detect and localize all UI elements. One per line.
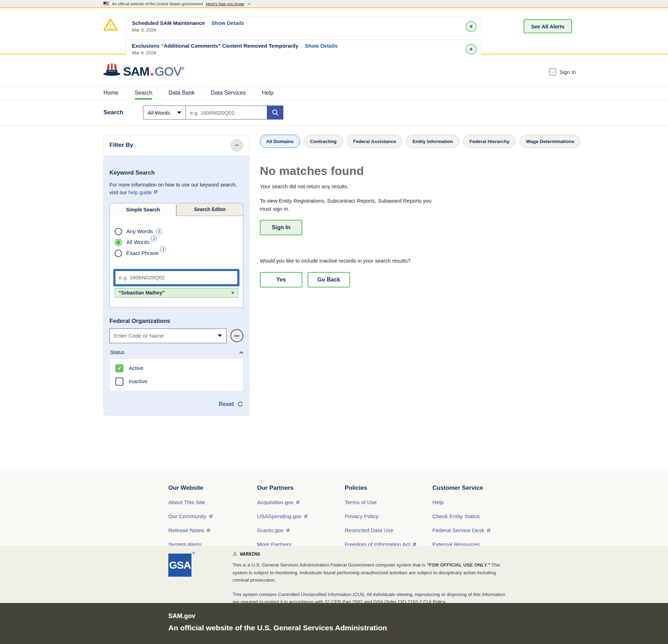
nav-item-home[interactable]: Home xyxy=(103,86,119,100)
nav-item-search[interactable]: Search xyxy=(135,86,153,100)
warning-triangle-icon xyxy=(103,18,118,31)
help-guide-link[interactable]: help guide xyxy=(128,190,152,195)
keyword-tabs: Simple Search Search Editor xyxy=(109,203,243,216)
footer-column-heading: Policies xyxy=(345,484,432,492)
radio-label: Any Words xyxy=(126,228,153,235)
footer-column-our-website: Our Website About This Site Our Communit… xyxy=(168,484,257,546)
logo-sam-text: SAM xyxy=(123,65,149,77)
site-footer-tagline: An official website of the U.S. General … xyxy=(168,624,668,632)
radio-all-words[interactable] xyxy=(115,239,122,246)
domain-tab-wage-determinations[interactable]: Wage Determinations xyxy=(520,135,581,148)
footer-link[interactable]: Release Notes xyxy=(168,527,257,534)
uncle-sam-hat-icon xyxy=(103,61,121,77)
footer-link[interactable]: Restricted Data Use xyxy=(345,527,432,534)
sign-in-button[interactable]: Sign In xyxy=(260,220,302,235)
domain-tab-federal-hierarchy[interactable]: Federal Hierarchy xyxy=(463,135,516,148)
warning-paragraph-1: This is a U.S. General Services Administ… xyxy=(232,561,510,584)
footer-link[interactable]: About This Site xyxy=(168,499,257,506)
keyword-input[interactable] xyxy=(115,270,238,285)
close-alert-button[interactable]: × xyxy=(466,21,477,32)
footer-column-heading: Our Partners xyxy=(257,484,345,492)
external-link-icon xyxy=(206,528,210,533)
status-options: ✓ Active Inactive xyxy=(109,359,243,391)
footer-link[interactable]: Help xyxy=(432,499,521,506)
info-icon[interactable]: i xyxy=(156,229,162,235)
remove-chip-button[interactable]: × xyxy=(231,290,234,296)
chevron-down-icon xyxy=(248,1,250,4)
search-label: Search xyxy=(103,109,143,116)
sign-in-required-message: To view Entity Registrations, Subcontrac… xyxy=(260,197,437,213)
footer-link[interactable]: Privacy Policy xyxy=(345,513,432,520)
footer-link[interactable]: USASpending.gov xyxy=(257,513,345,520)
domain-tab-all-domains[interactable]: All Domains xyxy=(260,135,300,148)
domain-tab-federal-assistance[interactable]: Federal Assistance xyxy=(347,135,403,148)
see-all-alerts-button[interactable]: See All Alerts xyxy=(524,19,572,33)
nav-item-help[interactable]: Help xyxy=(262,86,274,100)
go-back-button[interactable]: Go Back xyxy=(308,272,350,287)
footer-link[interactable]: Federal Service Desk xyxy=(432,527,521,534)
keyword-chip-label: "Sebastian Mathey" xyxy=(119,290,165,296)
more-options-button[interactable]: ••• xyxy=(230,329,243,342)
inactive-records-question: Would you like to include inactive recor… xyxy=(260,258,554,264)
domain-tab-contracting[interactable]: Contracting xyxy=(304,135,343,148)
header-sign-in-link[interactable]: ← Sign In xyxy=(549,68,576,75)
yes-button[interactable]: Yes xyxy=(260,272,302,287)
federal-org-combobox[interactable]: Enter Code or Name xyxy=(109,328,227,343)
checkbox-active[interactable]: ✓ xyxy=(115,364,123,372)
search-scope-select[interactable]: All Words xyxy=(143,106,186,120)
reset-filters-link[interactable]: Reset xyxy=(109,401,243,407)
radio-exact-phrase[interactable] xyxy=(115,250,122,257)
nav-item-data-bank[interactable]: Data Bank xyxy=(168,86,195,100)
external-link-icon xyxy=(486,528,491,533)
show-details-link[interactable]: Show Details xyxy=(305,43,337,49)
external-link-icon xyxy=(296,500,300,504)
site-footer-title: SAM.gov xyxy=(168,612,668,620)
keyword-help-text: For more information on how to use our k… xyxy=(109,181,243,197)
footer-link[interactable]: Grants.gov xyxy=(257,527,345,534)
tab-simple-search[interactable]: Simple Search xyxy=(109,203,176,216)
external-link-icon xyxy=(286,528,290,533)
footer-column-customer-service: Customer Service Help Check Entity Statu… xyxy=(432,484,521,546)
status-accordion-header[interactable]: Status xyxy=(110,350,243,355)
domain-tabs: All Domains Contracting Federal Assistan… xyxy=(260,135,554,148)
tab-search-editor[interactable]: Search Editor xyxy=(176,203,243,216)
info-icon[interactable]: i xyxy=(151,236,157,242)
domain-tab-entity-information[interactable]: Entity Information xyxy=(406,135,459,148)
radio-label: All Words xyxy=(126,239,149,245)
footer-column-policies: Policies Terms of Use Privacy Policy Res… xyxy=(345,484,432,546)
search-input[interactable] xyxy=(186,106,267,120)
footer-link[interactable]: Check Entity Status xyxy=(432,513,521,520)
checkbox-inactive[interactable] xyxy=(115,378,123,386)
radio-any-words[interactable] xyxy=(115,228,122,235)
how-you-know-link[interactable]: Here's how you know xyxy=(206,2,244,6)
alert-title: Scheduled SAM Maintenance xyxy=(132,20,205,26)
logo-gov-text: GOV xyxy=(155,65,181,77)
gsa-logo: GSA xyxy=(168,554,191,577)
gsa-registered-mark: ® xyxy=(193,551,195,555)
simple-search-panel: Any Words i All Words i Exact Phrase i "… xyxy=(109,216,243,308)
site-footer: SAM.gov An official website of the U.S. … xyxy=(0,603,668,644)
footer-link[interactable]: Terms of Use xyxy=(345,499,432,506)
nav-item-data-services[interactable]: Data Services xyxy=(211,86,246,100)
footer-link[interactable]: Acquisition.gov xyxy=(257,499,345,506)
search-button[interactable] xyxy=(267,106,283,120)
collapse-filters-button[interactable]: − xyxy=(230,139,243,152)
search-bar: Search All Words xyxy=(0,100,668,126)
alert-card-maintenance: Scheduled SAM Maintenance Show Details M… xyxy=(126,17,481,36)
main-content: Filter By − Keyword Search For more info… xyxy=(0,126,668,471)
federal-org-placeholder: Enter Code or Name xyxy=(114,333,164,339)
reset-label: Reset xyxy=(218,401,234,407)
show-details-link[interactable]: Show Details xyxy=(211,20,244,26)
minus-icon: − xyxy=(235,142,239,149)
footer-link[interactable]: Our Community xyxy=(168,513,257,520)
search-icon xyxy=(271,109,279,116)
warning-icon: ⚠ xyxy=(232,551,237,557)
checkbox-label: Inactive xyxy=(129,378,147,385)
search-scope-value: All Words xyxy=(148,110,170,116)
sam-gov-logo[interactable]: SAM ★ GOV ® xyxy=(103,61,184,77)
info-icon[interactable]: i xyxy=(160,246,166,252)
us-flag-icon xyxy=(103,2,109,6)
alert-date: Mar 9, 2026 xyxy=(132,27,460,33)
close-alert-button[interactable]: × xyxy=(466,44,477,55)
alert-title: Exclusions “Additional Comments” Content… xyxy=(132,43,298,49)
